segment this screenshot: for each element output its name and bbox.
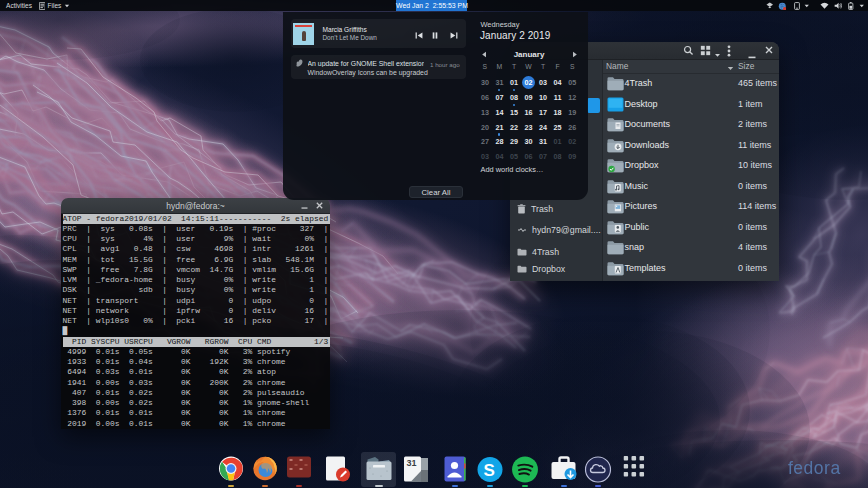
svg-text:S: S [484, 461, 495, 480]
svg-text:31: 31 [406, 458, 416, 468]
